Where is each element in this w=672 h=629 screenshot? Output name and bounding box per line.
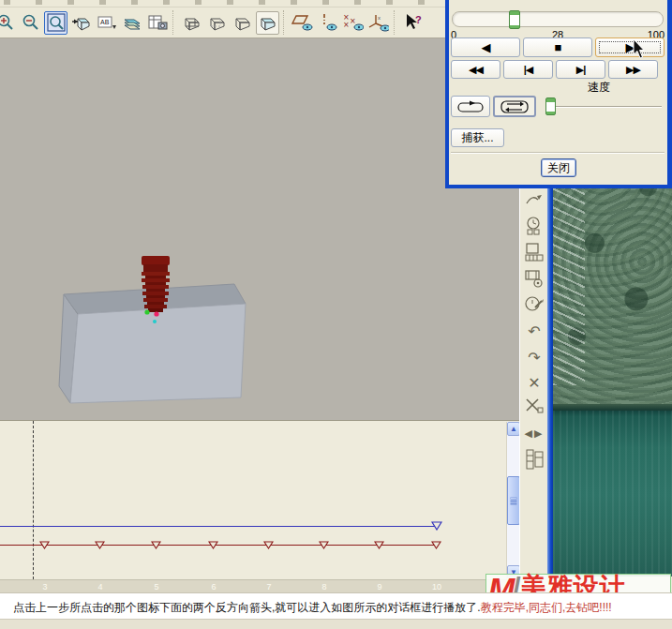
- sketch-pencil-icon[interactable]: [522, 188, 546, 211]
- ruler-mark: 6: [206, 582, 221, 592]
- red-keyframe-marker[interactable]: [151, 541, 161, 549]
- display-hidden-line-icon[interactable]: [205, 11, 229, 35]
- time-ruler: 3 4 5 6 7 8 9 10: [0, 579, 519, 592]
- svg-text:AB: AB: [100, 19, 110, 25]
- toolbar-separator: [172, 10, 176, 35]
- current-time-dashed-line: [33, 421, 34, 579]
- annotation-ab-icon[interactable]: AB: [95, 11, 118, 35]
- step-back-button[interactable]: |◀: [503, 60, 553, 79]
- redo-icon[interactable]: ↷: [522, 346, 546, 368]
- progress-slider[interactable]: [452, 11, 664, 27]
- fast-forward-glyph: ▶▶: [626, 65, 640, 75]
- datum-csys-icon[interactable]: x: [366, 11, 390, 35]
- svg-text:?: ?: [415, 14, 422, 25]
- rewind-button[interactable]: ◀◀: [451, 60, 500, 79]
- ruler-mark: 3: [37, 582, 52, 592]
- display-wireframe-icon[interactable]: [180, 11, 203, 35]
- play-forward-button[interactable]: ▶: [595, 37, 665, 57]
- speed-slider[interactable]: [544, 97, 664, 117]
- loop-reciprocate-icon: [500, 99, 530, 114]
- red-keyframe-marker[interactable]: [374, 541, 384, 549]
- toolbar-separator: [283, 10, 287, 35]
- step-back-glyph: |◀: [524, 65, 533, 75]
- stop-button[interactable]: ■: [523, 37, 592, 57]
- refit-view-icon[interactable]: [69, 11, 93, 35]
- regenerate-icon[interactable]: [522, 215, 546, 237]
- ruler-mark: 5: [149, 582, 164, 592]
- step-forward-button[interactable]: ▶|: [556, 60, 605, 79]
- display-shaded-icon[interactable]: [256, 11, 279, 35]
- speed-slider-thumb[interactable]: [545, 97, 556, 115]
- display-no-hidden-icon[interactable]: [231, 11, 254, 35]
- next-glyph: ▶: [534, 427, 544, 440]
- dialog-separator: [451, 152, 665, 154]
- timeline-red-track: [0, 545, 438, 546]
- layers-icon[interactable]: [120, 11, 143, 35]
- context-help-icon[interactable]: ?: [401, 11, 425, 35]
- ruler-mark: 10: [429, 582, 444, 592]
- speed-slider-track: [551, 106, 662, 108]
- datum-axes-icon[interactable]: [316, 11, 339, 35]
- zoom-in-icon[interactable]: [0, 11, 17, 35]
- loop-reciprocate-button[interactable]: [493, 96, 536, 117]
- red-keyframe-marker[interactable]: [431, 541, 441, 549]
- scroll-up-button[interactable]: ▲: [507, 422, 520, 436]
- rewind-glyph: ◀◀: [469, 65, 483, 75]
- view-manager-icon[interactable]: [145, 11, 169, 35]
- edit-annotate-icon[interactable]: [522, 293, 546, 316]
- red-point: [154, 311, 158, 316]
- 3d-viewport[interactable]: [0, 38, 519, 420]
- play-backward-button[interactable]: ◀: [451, 37, 520, 57]
- ruler-mark: 9: [372, 582, 387, 592]
- redo-glyph: ↷: [528, 349, 540, 367]
- block-with-screw-model: [37, 249, 262, 418]
- datum-points-icon[interactable]: ×××: [341, 11, 365, 35]
- toolbar-separator: [394, 10, 397, 35]
- green-point: [144, 309, 149, 314]
- fast-forward-button[interactable]: ▶▶: [608, 60, 658, 79]
- capture-button-label: 捕获...: [461, 130, 493, 146]
- timeline-panel[interactable]: ▲ ▼: [0, 420, 519, 579]
- close-button[interactable]: 关闭: [541, 158, 576, 177]
- red-keyframe-marker[interactable]: [263, 541, 274, 549]
- stop-glyph: ■: [555, 41, 561, 53]
- svg-text:x: x: [378, 15, 381, 21]
- speed-label: 速度: [561, 80, 636, 96]
- svg-text:×: ×: [350, 17, 356, 25]
- red-keyframe-marker[interactable]: [95, 541, 105, 549]
- timeline-scrollbar[interactable]: ▲ ▼: [506, 422, 519, 579]
- scroll-thumb[interactable]: [507, 476, 520, 525]
- capture-button[interactable]: 捕获...: [451, 128, 504, 147]
- prev-glyph: ◀: [525, 427, 534, 440]
- delete-icon[interactable]: ✕: [522, 371, 546, 394]
- close-button-label: 关闭: [547, 160, 570, 176]
- message-red-text: 教程完毕,同志们,去钻吧!!!!: [481, 601, 612, 614]
- undo-icon[interactable]: ↶: [522, 320, 546, 342]
- step-forward-glyph: ▶|: [576, 65, 586, 75]
- frame-prev-next-icon[interactable]: ◀▶: [522, 422, 546, 444]
- blue-keyframe-marker[interactable]: [431, 521, 442, 531]
- message-bar: 点击上一步所点击的那个图标下面的两个反方向箭头,就可以进入如图所示的对话框进行播…: [0, 592, 672, 619]
- mouse-cursor: [633, 39, 647, 60]
- undo-glyph: ↶: [528, 322, 540, 340]
- red-keyframe-marker[interactable]: [319, 541, 329, 549]
- delete-glyph: ✕: [528, 374, 540, 392]
- datum-planes-icon[interactable]: [291, 11, 314, 35]
- playback-dialog: 0 28 100 ◀ ■ ▶ ◀◀ |◀ ▶| ▶▶: [445, 0, 672, 188]
- loop-repeat-button[interactable]: [451, 96, 490, 117]
- filmstrip-icon[interactable]: [522, 448, 546, 471]
- zoom-window-icon[interactable]: [44, 11, 67, 35]
- delete-pattern-icon[interactable]: [522, 395, 546, 417]
- red-keyframe-marker[interactable]: [39, 541, 50, 549]
- svg-text:×: ×: [343, 21, 350, 29]
- cyan-point: [153, 320, 157, 323]
- message-black-text: 点击上一步所点击的那个图标下面的两个反方向箭头,就可以进入如图所示的对话框进行播…: [13, 601, 481, 614]
- zoom-out-icon[interactable]: [19, 11, 42, 35]
- tutorial-message: 点击上一步所点击的那个图标下面的两个反方向箭头,就可以进入如图所示的对话框进行播…: [13, 600, 612, 616]
- progress-slider-thumb[interactable]: [509, 10, 520, 29]
- movie-settings-icon[interactable]: [522, 267, 546, 290]
- red-keyframe-marker[interactable]: [208, 541, 218, 549]
- movie-frames-icon[interactable]: [522, 241, 546, 263]
- ruler-mark: 7: [261, 582, 276, 592]
- play-back-glyph: ◀: [482, 41, 490, 53]
